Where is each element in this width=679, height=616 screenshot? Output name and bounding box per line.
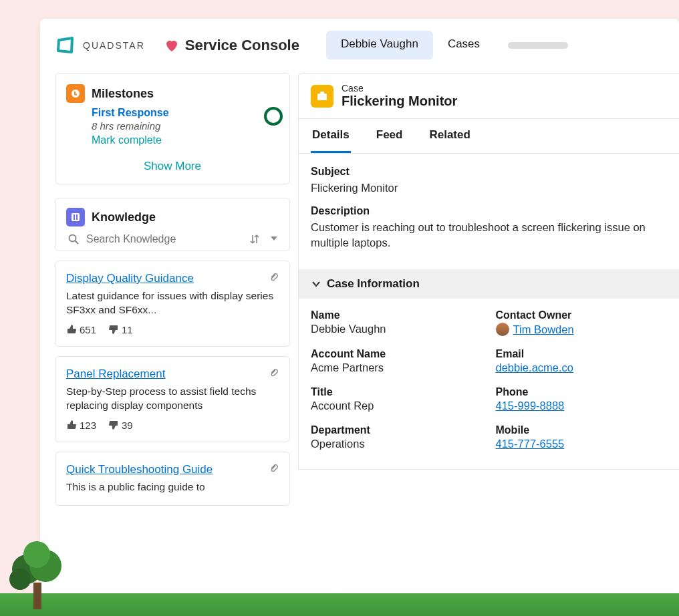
name-label: Name xyxy=(311,309,483,321)
app-container: QUADSTAR Service Console Debbie Vaughn C… xyxy=(40,19,679,607)
knowledge-header-card: Knowledge xyxy=(55,198,290,251)
title-label: Title xyxy=(311,386,483,398)
tab-placeholder xyxy=(508,42,568,49)
app-title: Service Console xyxy=(185,37,299,54)
avatar xyxy=(496,323,509,336)
case-title: Flickering Monitor xyxy=(342,94,457,109)
article-desc: Latest guidance for issues with display … xyxy=(66,289,279,317)
knowledge-icon xyxy=(66,208,85,226)
attach-icon[interactable] xyxy=(269,463,279,474)
knowledge-title: Knowledge xyxy=(92,210,156,224)
phone-label: Phone xyxy=(496,386,668,398)
svg-rect-1 xyxy=(72,213,80,221)
owner-value: Tim Bowden xyxy=(496,323,668,336)
case-label: Case xyxy=(342,83,457,94)
case-body: Subject Flickering Monitor Description C… xyxy=(299,154,679,269)
milestone-progress-icon xyxy=(264,107,283,126)
dept-label: Department xyxy=(311,424,483,436)
article-title-link[interactable]: Panel Replacement xyxy=(66,367,165,381)
chevron-down-icon xyxy=(311,279,321,289)
email-link[interactable]: debbie.acme.co xyxy=(496,361,574,373)
article-votes: 651 11 xyxy=(66,324,279,335)
knowledge-search-row xyxy=(67,233,279,245)
workspace-tabs: Debbie Vaughn Cases xyxy=(326,31,568,59)
mobile-link[interactable]: 415-777-6555 xyxy=(496,438,565,450)
email-label: Email xyxy=(496,348,668,360)
case-panel: Case Flickering Monitor Details Feed Rel… xyxy=(298,73,679,470)
case-header: Case Flickering Monitor xyxy=(299,73,679,119)
svg-rect-2 xyxy=(74,214,75,220)
attach-icon[interactable] xyxy=(269,367,279,379)
quadstar-logo-icon xyxy=(55,35,76,56)
article-title-link[interactable]: Quick Troubleshooting Guide xyxy=(66,463,213,476)
owner-link[interactable]: Tim Bowden xyxy=(513,323,574,336)
tab-cases[interactable]: Cases xyxy=(433,31,495,59)
milestones-header: Milestones xyxy=(66,84,279,103)
knowledge-article: Quick Troubleshooting Guide This is a pu… xyxy=(55,452,290,506)
upvote[interactable]: 123 xyxy=(66,420,96,431)
case-icon xyxy=(311,85,333,108)
title-value: Account Rep xyxy=(311,400,483,412)
sort-icon[interactable] xyxy=(249,234,260,245)
right-column: Case Flickering Monitor Details Feed Rel… xyxy=(298,73,679,506)
app-switcher[interactable]: Service Console xyxy=(164,37,299,54)
milestone-mark-complete[interactable]: Mark complete xyxy=(92,134,279,146)
upvote[interactable]: 651 xyxy=(66,324,96,335)
svg-point-12 xyxy=(9,569,31,590)
downvote[interactable]: 11 xyxy=(108,324,133,335)
article-title-link[interactable]: Display Quality Guidance xyxy=(66,272,194,285)
account-label: Account Name xyxy=(311,348,483,360)
milestones-icon xyxy=(66,84,85,103)
milestones-show-more[interactable]: Show More xyxy=(66,160,279,173)
tab-related[interactable]: Related xyxy=(428,119,471,153)
dept-value: Operations xyxy=(311,438,483,450)
left-column: Milestones First Response 8 hrs remainin… xyxy=(55,73,290,506)
knowledge-panel: Knowledge Display Quality Guidance xyxy=(55,198,290,506)
downvote[interactable]: 39 xyxy=(108,420,133,431)
footer-decoration xyxy=(0,593,679,616)
dropdown-icon[interactable] xyxy=(269,234,279,243)
owner-label: Contact Owner xyxy=(496,309,668,321)
svg-rect-3 xyxy=(76,214,78,220)
knowledge-article: Display Quality Guidance Latest guidance… xyxy=(55,261,290,347)
tab-debbie-vaughn[interactable]: Debbie Vaughn xyxy=(326,31,433,59)
mobile-label: Mobile xyxy=(496,424,668,436)
search-icon xyxy=(67,233,80,245)
description-value: Customer is reaching out to troubleshoot… xyxy=(311,220,667,251)
account-value: Acme Partners xyxy=(311,361,483,374)
milestone-name[interactable]: First Response xyxy=(92,107,279,119)
knowledge-header: Knowledge xyxy=(66,208,279,226)
brand-name: QUADSTAR xyxy=(83,40,145,51)
attach-icon[interactable] xyxy=(269,272,279,283)
tree-decoration-icon xyxy=(0,529,80,609)
article-desc: Step-by-Step process to assist field tec… xyxy=(66,385,279,413)
svg-rect-6 xyxy=(317,94,327,100)
case-info-grid: Name Debbie Vaughn Contact Owner Tim Bow… xyxy=(299,299,679,469)
description-label: Description xyxy=(311,205,667,217)
svg-point-4 xyxy=(70,235,76,242)
subject-value: Flickering Monitor xyxy=(311,180,667,196)
svg-rect-8 xyxy=(33,583,41,609)
milestone-remaining: 8 hrs remaining xyxy=(92,120,279,132)
milestones-card: Milestones First Response 8 hrs remainin… xyxy=(55,73,290,184)
tab-details[interactable]: Details xyxy=(311,119,351,153)
article-votes: 123 39 xyxy=(66,420,279,431)
top-bar: QUADSTAR Service Console Debbie Vaughn C… xyxy=(40,19,679,66)
knowledge-search-input[interactable] xyxy=(86,233,243,245)
svg-rect-7 xyxy=(320,92,324,94)
brand: QUADSTAR xyxy=(55,35,145,56)
case-tabs: Details Feed Related xyxy=(299,119,679,154)
svg-point-11 xyxy=(23,541,50,568)
tab-feed[interactable]: Feed xyxy=(375,119,404,153)
phone-link[interactable]: 415-999-8888 xyxy=(496,400,565,412)
heart-icon xyxy=(164,37,180,53)
case-info-header[interactable]: Case Information xyxy=(299,269,679,299)
svg-line-5 xyxy=(76,241,79,245)
milestones-title: Milestones xyxy=(92,87,154,101)
milestones-body: First Response 8 hrs remaining Mark comp… xyxy=(92,107,279,146)
article-desc: This is a public facing guide to xyxy=(66,480,279,494)
subject-label: Subject xyxy=(311,166,667,178)
content: Milestones First Response 8 hrs remainin… xyxy=(40,66,679,506)
knowledge-article: Panel Replacement Step-by-Step process t… xyxy=(55,356,290,442)
name-value: Debbie Vaughn xyxy=(311,323,483,335)
